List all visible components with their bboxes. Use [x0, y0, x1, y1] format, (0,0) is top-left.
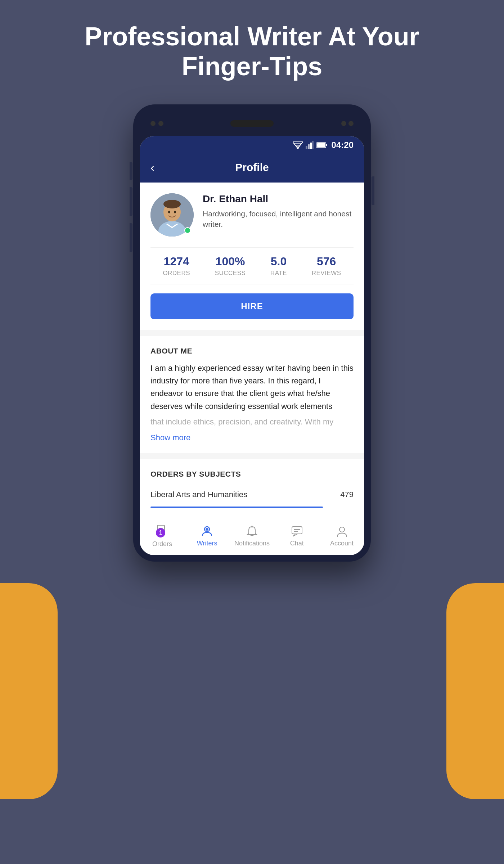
sensor-dot	[158, 121, 163, 126]
order-progress-bar	[150, 507, 323, 508]
earpiece-sensor	[341, 121, 346, 126]
svg-rect-6	[310, 143, 312, 149]
svg-rect-9	[326, 144, 327, 146]
svg-point-15	[168, 211, 170, 213]
svg-point-22	[206, 528, 208, 531]
front-camera-dot	[150, 121, 156, 126]
nav-item-orders[interactable]: 1 Orders	[140, 525, 185, 548]
header-title: Profile	[235, 161, 269, 174]
orange-shape-left	[0, 583, 58, 799]
phone-hardware-top	[140, 111, 364, 136]
svg-point-14	[163, 200, 181, 208]
profile-top-section: Dr. Ethan Hall Hardworking, focused, int…	[150, 193, 354, 237]
svg-point-28	[339, 527, 345, 532]
writers-nav-icon	[201, 525, 213, 537]
nav-item-writers[interactable]: Writers	[185, 525, 230, 547]
back-button[interactable]: ‹	[150, 161, 154, 174]
order-subject-name: Liberal Arts and Humanities	[150, 490, 247, 499]
svg-rect-5	[308, 144, 310, 149]
svg-point-16	[174, 211, 176, 213]
page-background: Professional Writer At Your Finger-Tips	[0, 0, 504, 864]
stat-success: 100% SUCCESS	[215, 255, 246, 277]
front-camera-right	[348, 121, 354, 126]
orders-value: 1274	[163, 255, 190, 268]
profile-info: Dr. Ethan Hall Hardworking, focused, int…	[203, 193, 354, 230]
power-button	[372, 176, 374, 205]
about-section: ABOUT ME I am a highly experienced essay…	[140, 336, 364, 453]
about-text-visible: I am a highly experienced essay writer h…	[150, 362, 354, 413]
notifications-nav-icon	[246, 525, 258, 537]
svg-rect-25	[292, 527, 302, 534]
chat-nav-icon	[291, 525, 303, 537]
status-time: 04:20	[332, 140, 354, 150]
nav-item-account[interactable]: Account	[319, 525, 364, 547]
writers-nav-label: Writers	[197, 540, 217, 547]
avatar-container	[150, 193, 194, 237]
stats-row: 1274 ORDERS 100% SUCCESS 5.0 RATE 576	[150, 247, 354, 284]
account-nav-icon	[336, 525, 348, 537]
svg-rect-10	[317, 143, 325, 147]
order-item: Liberal Arts and Humanities 479	[150, 485, 354, 504]
status-icons	[293, 141, 327, 149]
writer-bio: Hardworking, focused, intelligent and ho…	[203, 208, 354, 230]
orders-label: ORDERS	[163, 270, 190, 277]
front-cameras	[150, 121, 163, 126]
about-section-title: ABOUT ME	[150, 347, 354, 355]
volume-up-button	[130, 187, 132, 216]
hire-button[interactable]: HIRE	[150, 293, 354, 319]
about-text-faded: that include ethics, precision, and crea…	[150, 415, 354, 428]
notifications-nav-label: Notifications	[234, 540, 270, 547]
rate-value: 5.0	[270, 255, 287, 268]
writer-name: Dr. Ethan Hall	[203, 193, 354, 205]
show-more-link[interactable]: Show more	[150, 433, 354, 442]
volume-silent-button	[130, 162, 132, 180]
hero-title: Professional Writer At Your Finger-Tips	[0, 22, 504, 81]
success-value: 100%	[215, 255, 246, 268]
rate-label: RATE	[270, 270, 287, 277]
battery-icon	[316, 141, 327, 149]
profile-card: Dr. Ethan Hall Hardworking, focused, int…	[140, 183, 364, 330]
stat-orders: 1274 ORDERS	[163, 255, 190, 277]
bottom-navigation: 1 Orders Writers	[140, 519, 364, 555]
orders-section: ORDERS BY SUBJECTS Liberal Arts and Huma…	[140, 459, 364, 519]
wifi-icon	[293, 141, 303, 149]
online-indicator	[184, 227, 191, 234]
reviews-value: 576	[312, 255, 341, 268]
account-nav-label: Account	[330, 540, 354, 547]
order-subject-count: 479	[340, 490, 354, 499]
stat-reviews: 576 REVIEWS	[312, 255, 341, 277]
volume-down-button	[130, 223, 132, 252]
svg-marker-7	[312, 141, 314, 149]
phone-device: 04:20 ‹ Profile	[133, 104, 371, 562]
phone-screen: 04:20 ‹ Profile	[140, 136, 364, 555]
signal-icon	[306, 141, 314, 149]
orange-shape-right	[446, 583, 504, 799]
orders-nav-label: Orders	[152, 540, 172, 548]
speaker-bar	[230, 120, 274, 127]
svg-rect-4	[306, 146, 307, 149]
nav-item-chat[interactable]: Chat	[274, 525, 319, 547]
reviews-label: REVIEWS	[312, 270, 341, 277]
nav-item-notifications[interactable]: Notifications	[230, 525, 275, 547]
stat-rate: 5.0 RATE	[270, 255, 287, 277]
success-label: SUCCESS	[215, 270, 246, 277]
chat-nav-label: Chat	[290, 540, 304, 547]
orders-section-title: ORDERS BY SUBJECTS	[150, 470, 354, 478]
status-bar: 04:20	[140, 136, 364, 154]
app-header: ‹ Profile	[140, 154, 364, 183]
right-sensors	[341, 121, 354, 126]
